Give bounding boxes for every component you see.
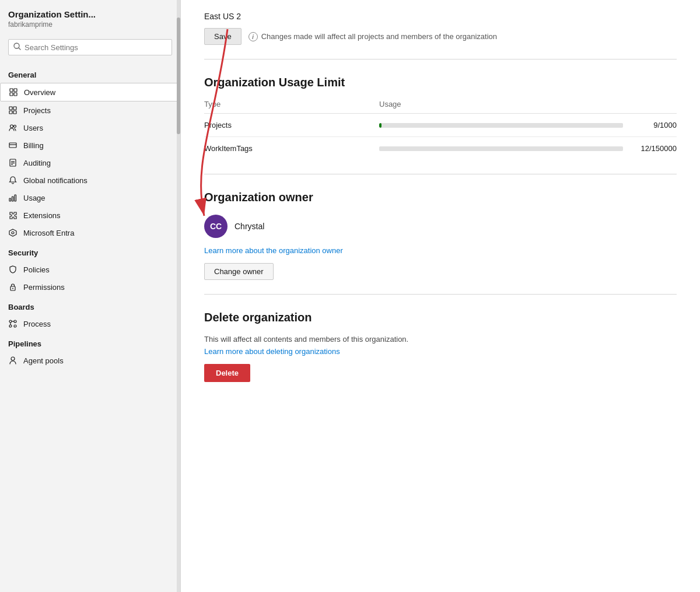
policies-icon bbox=[8, 265, 18, 274]
sidebar-title: Organization Settin... bbox=[8, 9, 172, 19]
process-icon bbox=[8, 319, 18, 328]
usage-icon bbox=[8, 193, 18, 202]
projects-icon bbox=[8, 106, 18, 115]
usage-limit-section: Organization Usage Limit Type Usage Proj… bbox=[204, 59, 677, 174]
scrollbar-thumb[interactable] bbox=[177, 17, 180, 134]
sidebar-item-label-microsoft-entra: Microsoft Entra bbox=[23, 229, 74, 237]
search-icon bbox=[13, 43, 21, 52]
svg-rect-5 bbox=[14, 93, 17, 96]
svg-rect-2 bbox=[10, 89, 13, 92]
sidebar-item-usage[interactable]: Usage bbox=[0, 189, 180, 206]
sidebar-item-overview[interactable]: Overview bbox=[0, 83, 180, 101]
delete-org-title: Delete organization bbox=[204, 311, 677, 324]
svg-rect-7 bbox=[13, 107, 16, 110]
org-owner-title: Organization owner bbox=[204, 191, 677, 204]
location-label: East US 2 bbox=[204, 12, 677, 21]
sidebar-item-policies[interactable]: Policies bbox=[0, 261, 180, 278]
sidebar-item-label-extensions: Extensions bbox=[23, 211, 61, 220]
users-icon bbox=[8, 123, 18, 132]
svg-rect-4 bbox=[10, 93, 13, 96]
svg-point-11 bbox=[14, 125, 16, 128]
sidebar-item-label-global-notifications: Global notifications bbox=[23, 176, 88, 185]
learn-more-delete-link[interactable]: Learn more about deleting organizations bbox=[204, 347, 677, 356]
usage-count-workitemtags: 12/150000 bbox=[630, 144, 677, 153]
usage-bar-track-workitemtags bbox=[379, 146, 623, 151]
scrollbar-track[interactable] bbox=[177, 0, 180, 592]
owner-name: Chrystal bbox=[235, 222, 264, 231]
sidebar-item-label-process: Process bbox=[23, 320, 51, 328]
sidebar-item-auditing[interactable]: Auditing bbox=[0, 154, 180, 171]
org-owner-section: Organization owner CC Chrystal Learn mor… bbox=[204, 174, 677, 295]
section-label-boards: Boards bbox=[0, 296, 180, 315]
usage-table: Type Usage Projects 9/1000 WorkItemTags bbox=[204, 100, 677, 160]
svg-point-26 bbox=[9, 325, 12, 327]
section-label-security: Security bbox=[0, 241, 180, 261]
sidebar-item-label-overview: Overview bbox=[24, 88, 55, 97]
info-icon: i bbox=[249, 32, 258, 41]
svg-rect-6 bbox=[9, 107, 12, 110]
usage-bar-fill-projects bbox=[379, 123, 382, 128]
usage-bar-track-projects bbox=[379, 123, 623, 128]
auditing-icon bbox=[8, 158, 18, 167]
svg-line-1 bbox=[19, 48, 20, 50]
svg-point-25 bbox=[14, 320, 16, 323]
billing-icon bbox=[8, 141, 18, 150]
sidebar-item-permissions[interactable]: Permissions bbox=[0, 278, 180, 296]
sidebar-item-microsoft-entra[interactable]: Microsoft Entra bbox=[0, 224, 180, 241]
svg-rect-9 bbox=[13, 111, 16, 114]
delete-org-section: Delete organization This will affect all… bbox=[204, 295, 677, 396]
svg-point-10 bbox=[10, 125, 13, 128]
save-button[interactable]: Save bbox=[204, 28, 242, 45]
search-input[interactable] bbox=[24, 43, 167, 52]
sidebar-item-label-auditing: Auditing bbox=[23, 159, 51, 167]
permissions-icon bbox=[8, 282, 18, 292]
usage-row-workitemtags: WorkItemTags 12/150000 bbox=[204, 137, 677, 160]
change-owner-button[interactable]: Change owner bbox=[204, 263, 274, 280]
owner-row: CC Chrystal bbox=[204, 215, 677, 238]
sidebar-item-label-permissions: Permissions bbox=[23, 283, 65, 292]
sidebar-item-label-policies: Policies bbox=[23, 265, 50, 274]
delete-button[interactable]: Delete bbox=[204, 364, 250, 382]
usage-type-projects: Projects bbox=[204, 121, 379, 129]
sidebar-item-label-projects: Projects bbox=[23, 106, 51, 115]
search-box[interactable] bbox=[8, 39, 172, 55]
sidebar-item-users[interactable]: Users bbox=[0, 119, 180, 136]
save-note: i Changes made will affect all projects … bbox=[249, 32, 497, 41]
save-row: Save i Changes made will affect all proj… bbox=[204, 28, 677, 45]
usage-type-workitemtags: WorkItemTags bbox=[204, 144, 379, 153]
svg-rect-3 bbox=[14, 89, 17, 92]
sidebar-subtitle: fabrikamprime bbox=[8, 20, 172, 29]
usage-bar-container-projects: 9/1000 bbox=[379, 121, 677, 129]
sidebar-item-process[interactable]: Process bbox=[0, 315, 180, 332]
col-header-usage: Usage bbox=[379, 100, 677, 108]
sidebar-item-global-notifications[interactable]: Global notifications bbox=[0, 171, 180, 189]
sidebar-item-billing[interactable]: Billing bbox=[0, 136, 180, 154]
sidebar-item-projects[interactable]: Projects bbox=[0, 101, 180, 119]
sidebar-header: Organization Settin... fabrikamprime bbox=[0, 0, 180, 33]
usage-bar-container-workitemtags: 12/150000 bbox=[379, 144, 677, 153]
sidebar-item-agent-pools[interactable]: Agent pools bbox=[0, 352, 180, 369]
svg-point-23 bbox=[12, 288, 13, 289]
svg-rect-8 bbox=[9, 111, 12, 114]
usage-count-projects: 9/1000 bbox=[630, 121, 677, 129]
svg-rect-18 bbox=[12, 197, 14, 201]
svg-rect-17 bbox=[9, 198, 11, 201]
top-region: East US 2 Save i Changes made will affec… bbox=[204, 0, 677, 59]
svg-rect-19 bbox=[15, 195, 16, 201]
section-label-general: General bbox=[0, 64, 180, 83]
col-header-type: Type bbox=[204, 100, 379, 108]
sidebar-item-extensions[interactable]: Extensions bbox=[0, 206, 180, 224]
usage-limit-title: Organization Usage Limit bbox=[204, 76, 677, 89]
learn-more-owner-link[interactable]: Learn more about the organization owner bbox=[204, 246, 677, 255]
extensions-icon bbox=[8, 211, 18, 220]
sidebar-item-label-billing: Billing bbox=[23, 141, 44, 150]
svg-point-30 bbox=[11, 357, 15, 360]
agent-pools-icon bbox=[8, 356, 18, 365]
usage-table-header: Type Usage bbox=[204, 100, 677, 114]
usage-row-projects: Projects 9/1000 bbox=[204, 114, 677, 137]
delete-org-description: This will affect all contents and member… bbox=[204, 335, 677, 344]
svg-marker-20 bbox=[9, 229, 16, 236]
sidebar-item-label-agent-pools: Agent pools bbox=[23, 356, 64, 365]
sidebar-item-label-users: Users bbox=[23, 124, 43, 132]
section-label-pipelines: Pipelines bbox=[0, 332, 180, 352]
